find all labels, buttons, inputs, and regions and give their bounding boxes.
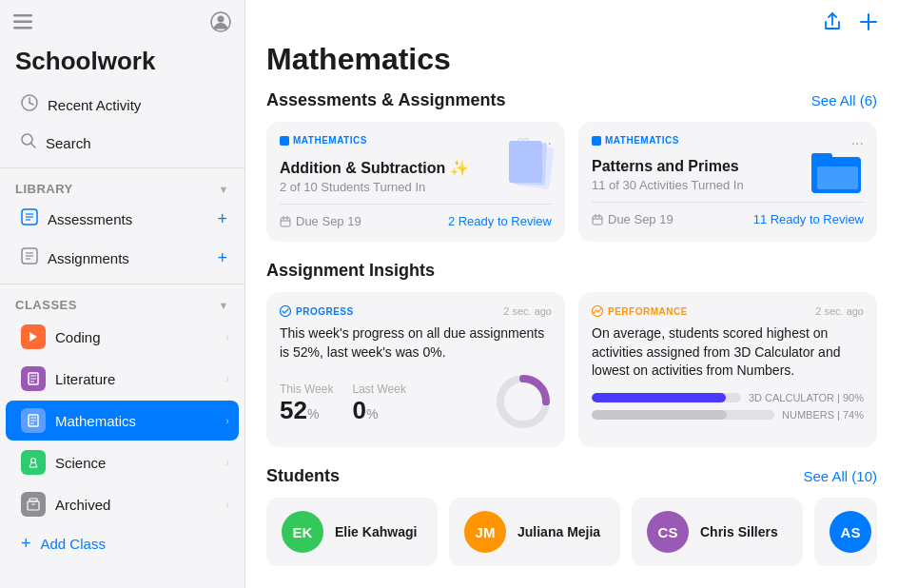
see-all-assignments-link[interactable]: See All (6) — [811, 92, 877, 108]
insight-card-performance: PERFORMANCE 2 sec. ago On average, stude… — [578, 292, 877, 447]
student-card-3[interactable]: AS AbbiStein — [814, 498, 877, 566]
progress-donut — [495, 373, 552, 434]
sidebar-item-label: Recent Activity — [48, 97, 141, 113]
chevron-right-icon: › — [225, 331, 229, 343]
clock-icon — [21, 94, 38, 116]
insights-section-header: Assignment Insights — [266, 261, 877, 281]
card-due-0: Due Sep 19 — [280, 214, 361, 228]
archived-class-icon — [21, 492, 46, 517]
chevron-right-icon-4: › — [225, 457, 229, 468]
coding-label: Coding — [55, 329, 216, 345]
mathematics-class-icon — [21, 408, 46, 433]
avatar-0: EK — [282, 511, 323, 553]
insight-header-0: PROGRESS 2 sec. ago — [280, 305, 552, 317]
student-name-0: Elie Kahwagi — [335, 524, 417, 539]
svg-rect-32 — [29, 499, 37, 501]
avatar-1: JM — [464, 511, 506, 553]
card-footer-0: Due Sep 19 2 Ready to Review — [280, 204, 552, 228]
student-name-1: Juliana Mejia — [517, 524, 600, 539]
assessments-icon — [21, 208, 38, 230]
card-thumbnail-1 — [811, 143, 864, 195]
main-content: Mathematics Assessments & Assignments Se… — [245, 0, 898, 588]
share-button[interactable] — [822, 11, 843, 38]
assessments-section-header: Assessments & Assignments See All (6) — [266, 90, 877, 110]
insight-text-0: This week's progress on all due assignme… — [280, 324, 552, 362]
student-card-2[interactable]: CS Chris Sillers — [632, 498, 803, 566]
card-thumbnail-0 — [499, 143, 552, 195]
library-label: Library — [15, 182, 73, 196]
sidebar-divider — [0, 167, 244, 168]
archived-label: Archived — [55, 497, 216, 513]
insight-type-1: PERFORMANCE — [592, 305, 688, 317]
insight-card-progress: PROGRESS 2 sec. ago This week's progress… — [266, 292, 565, 447]
svg-rect-0 — [13, 14, 32, 17]
mathematics-label: Mathematics — [55, 413, 216, 429]
perf-bar-label-0: 3D CALCULATOR | 90% — [749, 392, 864, 403]
sidebar-item-search[interactable]: Search — [6, 126, 239, 161]
students-section-header: Students See All (10) — [266, 466, 877, 486]
avatar-2: CS — [647, 511, 689, 553]
svg-point-4 — [218, 16, 224, 23]
svg-rect-42 — [593, 216, 602, 225]
add-button[interactable] — [858, 11, 879, 38]
svg-line-7 — [29, 103, 33, 105]
students-row: EK Elie Kahwagi JM Juliana Mejia CS Chri… — [266, 498, 877, 566]
sidebar-toggle-button[interactable] — [13, 14, 32, 34]
insight-metrics-0: This Week 52% Last Week 0% — [280, 373, 552, 434]
perf-bar-fill-1 — [592, 410, 727, 420]
student-card-0[interactable]: EK Elie Kahwagi — [266, 498, 438, 566]
sidebar-item-assignments[interactable]: Assignments + — [6, 240, 239, 277]
main-top-bar — [245, 0, 898, 38]
assignment-card-1[interactable]: MATHEMATICS ··· Patterns and Primes 11 o… — [578, 122, 877, 242]
perf-bar-label-1: NUMBERS | 74% — [782, 409, 864, 421]
sidebar-item-recent-activity[interactable]: Recent Activity — [6, 87, 239, 124]
assessments-section-title: Assessments & Assignments — [266, 90, 505, 110]
perf-bar-row-1: NUMBERS | 74% — [592, 409, 864, 421]
assignment-card-0[interactable]: MATHEMATICS ♡ ··· Addition & Subtraction… — [266, 122, 565, 242]
students-section-title: Students — [266, 466, 340, 486]
student-name-2: Chris Sillers — [700, 524, 778, 539]
chevron-right-icon-5: › — [225, 499, 229, 510]
sidebar-item-assessments[interactable]: Assessments + — [6, 201, 239, 238]
add-assessment-button[interactable]: + — [217, 209, 227, 229]
science-class-icon — [21, 450, 46, 475]
plus-icon: + — [21, 534, 31, 554]
library-header: Library ▼ — [0, 174, 244, 200]
assessments-label: Assessments — [48, 211, 132, 227]
sidebar-item-mathematics[interactable]: Mathematics › — [6, 401, 239, 441]
card-review-1: 11 Ready to Review — [753, 212, 864, 226]
performance-bars: 3D CALCULATOR | 90% NUMBERS | 74% — [592, 392, 864, 421]
page-title: Mathematics — [266, 42, 877, 77]
sidebar-item-science[interactable]: Science › — [6, 442, 239, 482]
sidebar-item-archived[interactable]: Archived › — [6, 484, 239, 524]
svg-point-46 — [281, 306, 291, 317]
insight-header-1: PERFORMANCE 2 sec. ago — [592, 305, 864, 317]
svg-rect-1 — [13, 21, 32, 24]
svg-rect-2 — [13, 27, 32, 29]
sidebar-item-coding[interactable]: Coding › — [6, 317, 239, 357]
main-body: Mathematics Assessments & Assignments Se… — [245, 38, 898, 587]
svg-rect-37 — [281, 218, 290, 226]
card-subject-0: MATHEMATICS — [280, 135, 367, 146]
svg-line-28 — [29, 462, 31, 467]
perf-bar-track-0 — [592, 393, 741, 402]
coding-class-icon — [21, 324, 46, 349]
profile-button[interactable] — [210, 11, 231, 37]
sidebar-item-literature[interactable]: Literature › — [6, 359, 239, 399]
add-class-item[interactable]: + Add Class — [6, 526, 239, 561]
this-week-metric: This Week 52% — [280, 382, 333, 425]
last-week-metric: Last Week 0% — [352, 382, 405, 425]
literature-class-icon — [21, 366, 46, 391]
chevron-right-icon-2: › — [225, 373, 229, 384]
student-card-1[interactable]: JM Juliana Mejia — [449, 498, 620, 566]
svg-line-29 — [35, 462, 37, 467]
sidebar-item-label: Search — [46, 135, 91, 151]
literature-label: Literature — [55, 371, 216, 387]
see-all-students-link[interactable]: See All (10) — [803, 468, 877, 484]
add-assignment-button[interactable]: + — [217, 248, 227, 268]
insight-time-1: 2 sec. ago — [815, 305, 864, 317]
classes-header: Classes ▼ — [0, 290, 244, 316]
perf-bar-fill-0 — [592, 393, 726, 402]
chevron-down-icon-2: ▼ — [219, 300, 229, 311]
insights-row: PROGRESS 2 sec. ago This week's progress… — [266, 292, 877, 447]
